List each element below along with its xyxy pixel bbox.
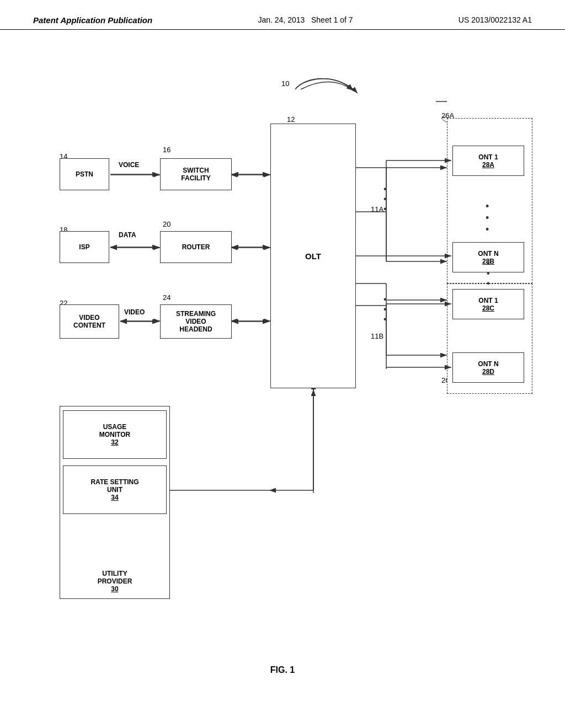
header-right: US 2013/0022132 A1 [459, 15, 532, 24]
ref-16: 16 [163, 146, 170, 154]
ont1-28A-box: ONT 128A [452, 146, 524, 176]
header: Patent Application Publication Jan. 24, … [0, 0, 565, 30]
ont1-28C-box: ONT 128C [452, 289, 524, 319]
pstn-box: PSTN [60, 158, 109, 190]
ref-12: 12 [287, 115, 295, 124]
header-center: Jan. 24, 2013 Sheet 1 of 7 [258, 15, 353, 24]
video-label: VIDEO [124, 308, 145, 316]
ref-11B: 11B [371, 332, 383, 340]
ref-20: 20 [163, 220, 170, 228]
ref-24: 24 [163, 293, 170, 302]
dots-between-groups: ••• [487, 259, 490, 288]
streaming-video-headend-box: STREAMINGVIDEOHEADEND [160, 304, 232, 339]
usage-monitor-box: USAGEMONITOR32 [63, 410, 167, 459]
ontN-28D-box: ONT N28D [452, 352, 524, 383]
olt-box: OLT [270, 124, 356, 388]
dots-11A: ••• [383, 184, 387, 214]
router-box: ROUTER [160, 231, 232, 263]
isp-box: ISP [60, 231, 109, 263]
data-label: DATA [119, 231, 136, 239]
header-left: Patent Application Publication [33, 15, 152, 25]
diagram-area: 10 12 14 16 18 20 22 24 26A 26B 11A 11B … [0, 30, 565, 692]
fig-caption: FIG. 1 [270, 665, 295, 675]
rate-setting-unit-box: RATE SETTINGUNIT34 [63, 465, 167, 514]
ref-11A: 11A [371, 205, 383, 213]
voice-label: VOICE [119, 161, 139, 169]
dots-26A: ••• [486, 201, 490, 235]
switch-facility-box: SWITCHFACILITY [160, 158, 232, 190]
video-content-box: VIDEOCONTENT [60, 304, 119, 339]
dots-11B: ••• [383, 295, 387, 324]
page: Patent Application Publication Jan. 24, … [0, 0, 565, 728]
ref-10: 10 [281, 79, 289, 88]
